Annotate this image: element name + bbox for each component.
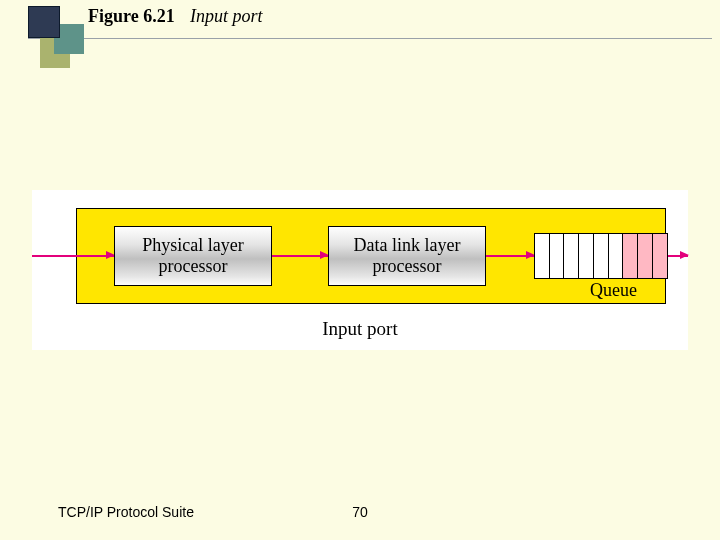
queue-cell: [563, 233, 579, 279]
arrow-segment: [32, 255, 114, 257]
input-port-label: Input port: [32, 318, 688, 340]
header-rule: [28, 38, 712, 39]
queue-cell: [593, 233, 609, 279]
box1-line2: processor: [115, 256, 271, 277]
queue-cell: [578, 233, 594, 279]
arrow-head-icon: [680, 251, 689, 259]
decor-square-navy: [28, 6, 60, 38]
queue-cell-filled: [622, 233, 638, 279]
box2-line1: Data link layer: [329, 235, 485, 256]
data-link-layer-processor-box: Data link layer processor: [328, 226, 486, 286]
slide-header: Figure 6.21 Input port: [0, 0, 720, 60]
physical-layer-processor-box: Physical layer processor: [114, 226, 272, 286]
queue: [534, 233, 668, 277]
queue-cell: [549, 233, 565, 279]
queue-label: Queue: [590, 280, 637, 301]
figure-number: Figure 6.21: [88, 6, 175, 27]
queue-cell: [608, 233, 624, 279]
page-number: 70: [0, 504, 720, 520]
diagram: Physical layer processor Data link layer…: [32, 190, 688, 350]
box2-line2: processor: [329, 256, 485, 277]
figure-caption: Input port: [190, 6, 263, 27]
box1-line1: Physical layer: [115, 235, 271, 256]
queue-cell-filled: [652, 233, 668, 279]
queue-cell: [534, 233, 550, 279]
queue-cell-filled: [637, 233, 653, 279]
